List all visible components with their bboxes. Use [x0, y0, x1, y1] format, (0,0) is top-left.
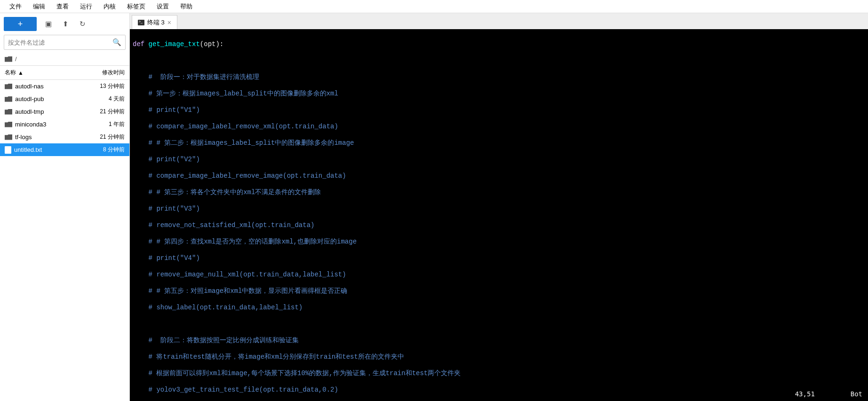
- new-folder-icon[interactable]: ▣: [43, 19, 54, 29]
- menu-run[interactable]: 运行: [74, 1, 98, 12]
- menu-settings[interactable]: 设置: [151, 1, 175, 12]
- vim-status-right: 43,51 Bot: [795, 390, 862, 399]
- menubar: 文件 编辑 查看 运行 内核 标签页 设置 帮助: [0, 0, 868, 13]
- file-row[interactable]: tf-logs21 分钟前: [0, 131, 129, 143]
- upload-icon[interactable]: ⬆: [60, 19, 71, 29]
- folder-icon: [5, 96, 12, 102]
- folder-icon: [5, 122, 12, 127]
- col-name[interactable]: 名称: [5, 69, 16, 77]
- col-time[interactable]: 修改时间: [92, 69, 125, 77]
- menu-view[interactable]: 查看: [51, 1, 74, 12]
- file-icon: [5, 146, 11, 154]
- terminal-icon: [138, 20, 144, 25]
- file-list-header: 名称▲ 修改时间: [0, 65, 129, 80]
- breadcrumb[interactable]: /: [0, 53, 129, 65]
- file-row[interactable]: autodl-tmp21 分钟前: [0, 105, 129, 118]
- tab-bar: 终端 3 ×: [130, 13, 868, 29]
- file-row[interactable]: autodl-pub4 天前: [0, 93, 129, 105]
- file-row[interactable]: autodl-nas13 分钟前: [0, 80, 129, 93]
- folder-icon: [5, 109, 12, 115]
- folder-icon: [5, 56, 12, 62]
- file-row[interactable]: miniconda31 年前: [0, 118, 129, 131]
- folder-icon: [5, 84, 12, 89]
- editor-area: 终端 3 × def get_image_txt(opt): # 阶段一：对于数…: [130, 13, 868, 401]
- terminal[interactable]: def get_image_txt(opt): # 阶段一：对于数据集进行清洗梳…: [130, 29, 868, 401]
- tab-terminal[interactable]: 终端 3 ×: [132, 15, 177, 29]
- folder-icon: [5, 134, 12, 140]
- menu-tabs[interactable]: 标签页: [121, 1, 151, 12]
- file-list: autodl-nas13 分钟前 autodl-pub4 天前 autodl-t…: [0, 80, 129, 401]
- search-icon[interactable]: 🔍: [109, 38, 125, 47]
- menu-file[interactable]: 文件: [4, 1, 27, 12]
- breadcrumb-root: /: [15, 55, 17, 63]
- new-button[interactable]: +: [4, 17, 37, 31]
- file-browser-sidebar: + ▣ ⬆ ↻ 🔍 / 名称▲ 修改时间 autodl-nas13 分钟前 au…: [0, 13, 130, 401]
- close-icon[interactable]: ×: [167, 19, 171, 26]
- tab-label: 终端 3: [147, 18, 165, 27]
- menu-kernel[interactable]: 内核: [98, 1, 121, 12]
- file-row-selected[interactable]: untitled.txt8 分钟前: [0, 143, 129, 156]
- menu-edit[interactable]: 编辑: [27, 1, 51, 12]
- sort-icon: ▲: [18, 70, 24, 76]
- refresh-icon[interactable]: ↻: [77, 19, 88, 29]
- menu-help[interactable]: 帮助: [175, 1, 198, 12]
- filter-input[interactable]: [4, 37, 109, 48]
- sidebar-toolbar: + ▣ ⬆ ↻: [0, 13, 129, 35]
- filter-box: 🔍: [4, 35, 126, 50]
